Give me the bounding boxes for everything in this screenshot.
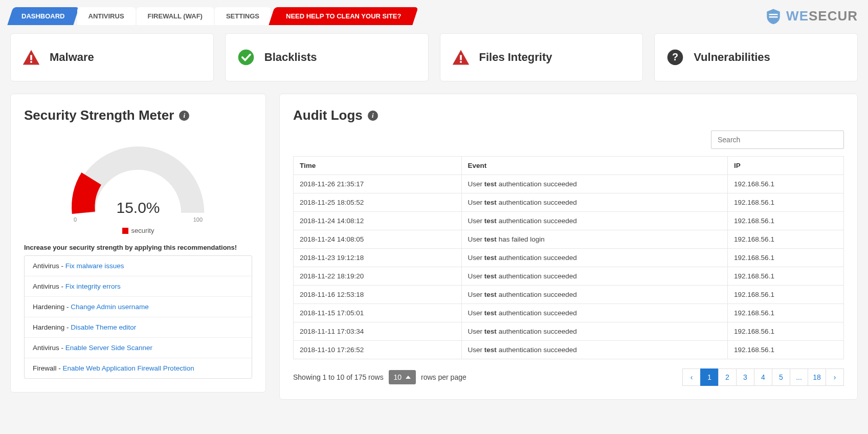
shield-logo-icon <box>765 8 782 25</box>
col-ip[interactable]: IP <box>728 157 844 175</box>
page-3[interactable]: 3 <box>736 368 754 386</box>
info-icon[interactable]: i <box>368 111 378 121</box>
tab-help[interactable]: NEED HELP TO CLEAN YOUR SITE? <box>269 7 418 25</box>
alert-triangle-icon <box>22 48 40 67</box>
cell-ip: 192.168.56.1 <box>728 249 844 267</box>
caret-up-icon <box>406 376 411 379</box>
alert-triangle-icon <box>452 48 470 67</box>
tab-settings[interactable]: SETTINGS <box>215 7 271 25</box>
tab-dashboard[interactable]: DASHBOARD <box>7 7 79 25</box>
page-next[interactable]: › <box>826 368 844 386</box>
cell-ip: 192.168.56.1 <box>728 193 844 212</box>
cell-ip: 192.168.56.1 <box>728 304 844 322</box>
svg-rect-3 <box>460 55 462 60</box>
table-row: 2018-11-25 18:05:52User test authenticat… <box>294 193 844 212</box>
gauge-legend: security <box>122 227 154 234</box>
tab-antivirus[interactable]: ANTIVIRUS <box>77 7 136 25</box>
cell-time: 2018-11-16 12:53:18 <box>294 286 462 304</box>
status-card-blacklists[interactable]: Blacklists <box>225 33 429 81</box>
cell-time: 2018-11-22 18:19:20 <box>294 267 462 286</box>
status-label: Vulnerabilities <box>694 51 770 64</box>
page-1[interactable]: 1 <box>700 368 719 386</box>
cell-ip: 192.168.56.1 <box>728 286 844 304</box>
cell-event: User test authentication succeeded <box>461 304 727 322</box>
pagination: ‹ 1 2 3 4 5 ... 18 › <box>683 368 844 386</box>
info-icon[interactable]: i <box>179 111 189 121</box>
recommendation-link[interactable]: Fix malware issues <box>65 262 124 270</box>
cell-event: User test authentication succeeded <box>461 249 727 267</box>
page-5[interactable]: 5 <box>772 368 790 386</box>
svg-point-4 <box>460 61 462 63</box>
svg-text:?: ? <box>672 51 678 62</box>
cell-ip: 192.168.56.1 <box>728 212 844 230</box>
rows-per-page-select[interactable]: 10 <box>389 370 416 384</box>
table-row: 2018-11-23 19:12:18User test authenticat… <box>294 249 844 267</box>
cell-time: 2018-11-15 17:05:01 <box>294 304 462 322</box>
recommendation-link[interactable]: Change Admin username <box>71 303 148 311</box>
gauge-chart: 15.0% <box>66 138 210 220</box>
recommendation-link[interactable]: Enable Web Application Firewall Protecti… <box>63 364 194 372</box>
check-circle-icon <box>237 48 255 67</box>
cell-ip: 192.168.56.1 <box>728 322 844 341</box>
gauge-value: 15.0% <box>66 199 210 216</box>
svg-point-2 <box>238 50 254 66</box>
col-event[interactable]: Event <box>461 157 727 175</box>
search-input[interactable] <box>711 131 844 149</box>
table-showing: Showing 1 to 10 of 175 rows 10 rows per … <box>293 370 466 384</box>
table-row: 2018-11-26 21:35:17User test authenticat… <box>294 175 844 193</box>
status-label: Malware <box>50 51 94 64</box>
recommendation-link[interactable]: Enable Server Side Scanner <box>65 344 152 352</box>
panel-title: Audit Logs i <box>293 107 844 123</box>
cell-ip: 192.168.56.1 <box>728 267 844 286</box>
cell-ip: 192.168.56.1 <box>728 230 844 249</box>
topbar: DASHBOARD ANTIVIRUS FIREWALL (WAF) SETTI… <box>0 0 868 25</box>
table-row: 2018-11-16 12:53:18User test authenticat… <box>294 286 844 304</box>
table-row: 2018-11-22 18:19:20User test authenticat… <box>294 267 844 286</box>
recommendation-item: Antivirus - Fix integrity errors <box>25 276 252 297</box>
cell-time: 2018-11-25 18:05:52 <box>294 193 462 212</box>
nav-tabs: DASHBOARD ANTIVIRUS FIREWALL (WAF) SETTI… <box>10 7 416 25</box>
recommendation-item: Antivirus - Enable Server Side Scanner <box>25 338 252 358</box>
table-row: 2018-11-10 17:26:52User test authenticat… <box>294 341 844 359</box>
page-prev[interactable]: ‹ <box>682 368 701 386</box>
recommendation-item: Firewall - Enable Web Application Firewa… <box>25 358 252 378</box>
brand-logo: WESECUR <box>765 8 858 25</box>
audit-table: Time Event IP 2018-11-26 21:35:17User te… <box>293 156 844 359</box>
col-time[interactable]: Time <box>294 157 462 175</box>
cell-event: User test authentication succeeded <box>461 286 727 304</box>
page-ellipsis: ... <box>790 368 808 386</box>
tab-firewall[interactable]: FIREWALL (WAF) <box>137 7 214 25</box>
recommendation-item: Antivirus - Fix malware issues <box>25 256 252 276</box>
cell-time: 2018-11-24 14:08:12 <box>294 212 462 230</box>
cell-time: 2018-11-24 14:08:05 <box>294 230 462 249</box>
security-meter-panel: Security Strength Meter i 15.0% 0100 sec… <box>10 94 266 393</box>
page-4[interactable]: 4 <box>754 368 772 386</box>
svg-point-1 <box>30 61 32 63</box>
question-circle-icon: ? <box>666 48 684 67</box>
status-label: Files Integrity <box>479 51 552 64</box>
cell-time: 2018-11-26 21:35:17 <box>294 175 462 193</box>
status-card-malware[interactable]: Malware <box>10 33 214 81</box>
cell-event: User test authentication succeeded <box>461 175 727 193</box>
table-row: 2018-11-15 17:05:01User test authenticat… <box>294 304 844 322</box>
status-card-integrity[interactable]: Files Integrity <box>440 33 643 81</box>
cell-event: User test authentication succeeded <box>461 193 727 212</box>
status-card-vulnerabilities[interactable]: ? Vulnerabilities <box>654 33 858 81</box>
table-row: 2018-11-24 14:08:12User test authenticat… <box>294 212 844 230</box>
audit-logs-panel: Audit Logs i Time Event IP 2018-11-26 21… <box>279 94 858 400</box>
status-row: Malware Blacklists Files Integrity ? Vul… <box>0 25 868 90</box>
cell-event: User test authentication succeeded <box>461 212 727 230</box>
status-label: Blacklists <box>264 51 317 64</box>
page-last[interactable]: 18 <box>808 368 826 386</box>
recommendations-list: Antivirus - Fix malware issuesAntivirus … <box>24 255 252 379</box>
recommendation-item: Hardening - Change Admin username <box>25 297 252 317</box>
cell-time: 2018-11-23 19:12:18 <box>294 249 462 267</box>
recommendation-link[interactable]: Disable Theme editor <box>71 323 136 331</box>
recommendation-link[interactable]: Fix integrity errors <box>65 283 121 290</box>
page-2[interactable]: 2 <box>718 368 737 386</box>
cell-time: 2018-11-10 17:26:52 <box>294 341 462 359</box>
table-row: 2018-11-24 14:08:05User test has failed … <box>294 230 844 249</box>
cell-event: User test authentication succeeded <box>461 341 727 359</box>
cell-ip: 192.168.56.1 <box>728 341 844 359</box>
cell-event: User test authentication succeeded <box>461 267 727 286</box>
